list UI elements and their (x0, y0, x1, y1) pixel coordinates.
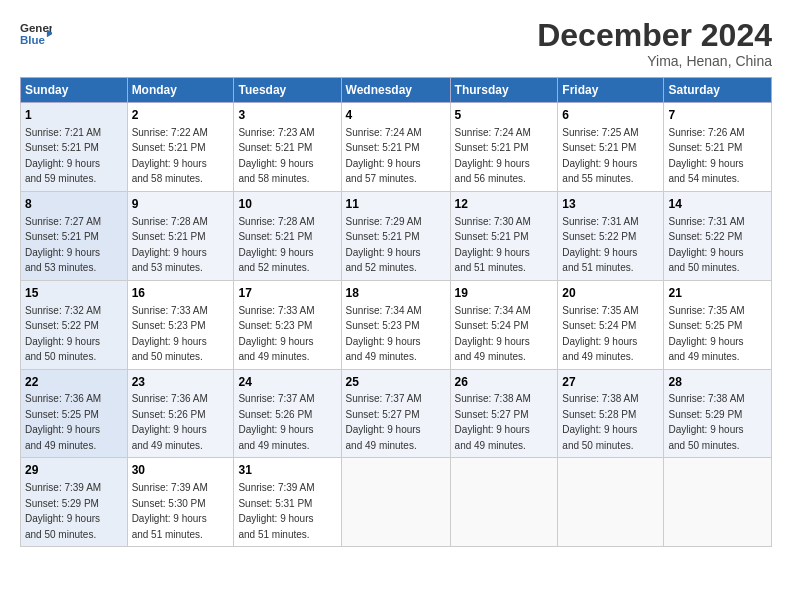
table-row: 3Sunrise: 7:23 AM Sunset: 5:21 PM Daylig… (234, 103, 341, 192)
table-row: 18Sunrise: 7:34 AM Sunset: 5:23 PM Dayli… (341, 280, 450, 369)
table-row: 9Sunrise: 7:28 AM Sunset: 5:21 PM Daylig… (127, 191, 234, 280)
day-number: 11 (346, 196, 446, 213)
day-number: 26 (455, 374, 554, 391)
day-number: 17 (238, 285, 336, 302)
table-row: 23Sunrise: 7:36 AM Sunset: 5:26 PM Dayli… (127, 369, 234, 458)
calendar-week-row: 15Sunrise: 7:32 AM Sunset: 5:22 PM Dayli… (21, 280, 772, 369)
table-row: 30Sunrise: 7:39 AM Sunset: 5:30 PM Dayli… (127, 458, 234, 547)
day-number: 19 (455, 285, 554, 302)
day-info: Sunrise: 7:21 AM Sunset: 5:21 PM Dayligh… (25, 127, 101, 185)
table-row: 2Sunrise: 7:22 AM Sunset: 5:21 PM Daylig… (127, 103, 234, 192)
day-info: Sunrise: 7:33 AM Sunset: 5:23 PM Dayligh… (132, 305, 208, 363)
day-info: Sunrise: 7:24 AM Sunset: 5:21 PM Dayligh… (455, 127, 531, 185)
day-info: Sunrise: 7:34 AM Sunset: 5:23 PM Dayligh… (346, 305, 422, 363)
calendar-page: General Blue December 2024 Yima, Henan, … (0, 0, 792, 612)
header: General Blue December 2024 Yima, Henan, … (20, 18, 772, 69)
day-number: 8 (25, 196, 123, 213)
day-number: 13 (562, 196, 659, 213)
table-row: 10Sunrise: 7:28 AM Sunset: 5:21 PM Dayli… (234, 191, 341, 280)
table-row: 25Sunrise: 7:37 AM Sunset: 5:27 PM Dayli… (341, 369, 450, 458)
day-info: Sunrise: 7:36 AM Sunset: 5:26 PM Dayligh… (132, 393, 208, 451)
day-number: 7 (668, 107, 767, 124)
day-info: Sunrise: 7:28 AM Sunset: 5:21 PM Dayligh… (132, 216, 208, 274)
table-row: 8Sunrise: 7:27 AM Sunset: 5:21 PM Daylig… (21, 191, 128, 280)
day-info: Sunrise: 7:32 AM Sunset: 5:22 PM Dayligh… (25, 305, 101, 363)
col-friday: Friday (558, 78, 664, 103)
table-row: 26Sunrise: 7:38 AM Sunset: 5:27 PM Dayli… (450, 369, 558, 458)
location: Yima, Henan, China (537, 53, 772, 69)
table-row (558, 458, 664, 547)
col-wednesday: Wednesday (341, 78, 450, 103)
day-info: Sunrise: 7:29 AM Sunset: 5:21 PM Dayligh… (346, 216, 422, 274)
day-number: 23 (132, 374, 230, 391)
table-row: 11Sunrise: 7:29 AM Sunset: 5:21 PM Dayli… (341, 191, 450, 280)
day-info: Sunrise: 7:27 AM Sunset: 5:21 PM Dayligh… (25, 216, 101, 274)
table-row: 31Sunrise: 7:39 AM Sunset: 5:31 PM Dayli… (234, 458, 341, 547)
day-info: Sunrise: 7:38 AM Sunset: 5:28 PM Dayligh… (562, 393, 638, 451)
calendar-week-row: 29Sunrise: 7:39 AM Sunset: 5:29 PM Dayli… (21, 458, 772, 547)
day-number: 1 (25, 107, 123, 124)
col-thursday: Thursday (450, 78, 558, 103)
table-row: 24Sunrise: 7:37 AM Sunset: 5:26 PM Dayli… (234, 369, 341, 458)
day-info: Sunrise: 7:25 AM Sunset: 5:21 PM Dayligh… (562, 127, 638, 185)
table-row: 20Sunrise: 7:35 AM Sunset: 5:24 PM Dayli… (558, 280, 664, 369)
day-number: 18 (346, 285, 446, 302)
day-info: Sunrise: 7:37 AM Sunset: 5:26 PM Dayligh… (238, 393, 314, 451)
day-number: 5 (455, 107, 554, 124)
day-info: Sunrise: 7:26 AM Sunset: 5:21 PM Dayligh… (668, 127, 744, 185)
day-info: Sunrise: 7:34 AM Sunset: 5:24 PM Dayligh… (455, 305, 531, 363)
day-number: 2 (132, 107, 230, 124)
table-row: 13Sunrise: 7:31 AM Sunset: 5:22 PM Dayli… (558, 191, 664, 280)
table-row: 12Sunrise: 7:30 AM Sunset: 5:21 PM Dayli… (450, 191, 558, 280)
table-row: 29Sunrise: 7:39 AM Sunset: 5:29 PM Dayli… (21, 458, 128, 547)
month-title: December 2024 (537, 18, 772, 53)
logo-icon: General Blue (20, 18, 52, 50)
day-number: 20 (562, 285, 659, 302)
day-number: 3 (238, 107, 336, 124)
table-row: 15Sunrise: 7:32 AM Sunset: 5:22 PM Dayli… (21, 280, 128, 369)
table-row: 19Sunrise: 7:34 AM Sunset: 5:24 PM Dayli… (450, 280, 558, 369)
table-row: 7Sunrise: 7:26 AM Sunset: 5:21 PM Daylig… (664, 103, 772, 192)
day-number: 24 (238, 374, 336, 391)
day-info: Sunrise: 7:37 AM Sunset: 5:27 PM Dayligh… (346, 393, 422, 451)
day-number: 12 (455, 196, 554, 213)
day-number: 9 (132, 196, 230, 213)
day-info: Sunrise: 7:39 AM Sunset: 5:29 PM Dayligh… (25, 482, 101, 540)
table-row (341, 458, 450, 547)
day-info: Sunrise: 7:35 AM Sunset: 5:24 PM Dayligh… (562, 305, 638, 363)
title-block: December 2024 Yima, Henan, China (537, 18, 772, 69)
day-number: 31 (238, 462, 336, 479)
day-info: Sunrise: 7:35 AM Sunset: 5:25 PM Dayligh… (668, 305, 744, 363)
day-number: 14 (668, 196, 767, 213)
day-info: Sunrise: 7:28 AM Sunset: 5:21 PM Dayligh… (238, 216, 314, 274)
day-info: Sunrise: 7:22 AM Sunset: 5:21 PM Dayligh… (132, 127, 208, 185)
logo: General Blue (20, 18, 52, 50)
calendar-week-row: 8Sunrise: 7:27 AM Sunset: 5:21 PM Daylig… (21, 191, 772, 280)
day-number: 21 (668, 285, 767, 302)
calendar-table: Sunday Monday Tuesday Wednesday Thursday… (20, 77, 772, 547)
day-number: 16 (132, 285, 230, 302)
day-info: Sunrise: 7:39 AM Sunset: 5:30 PM Dayligh… (132, 482, 208, 540)
day-info: Sunrise: 7:38 AM Sunset: 5:27 PM Dayligh… (455, 393, 531, 451)
col-sunday: Sunday (21, 78, 128, 103)
table-row: 1Sunrise: 7:21 AM Sunset: 5:21 PM Daylig… (21, 103, 128, 192)
day-info: Sunrise: 7:36 AM Sunset: 5:25 PM Dayligh… (25, 393, 101, 451)
day-info: Sunrise: 7:38 AM Sunset: 5:29 PM Dayligh… (668, 393, 744, 451)
day-info: Sunrise: 7:30 AM Sunset: 5:21 PM Dayligh… (455, 216, 531, 274)
table-row: 27Sunrise: 7:38 AM Sunset: 5:28 PM Dayli… (558, 369, 664, 458)
day-number: 22 (25, 374, 123, 391)
day-info: Sunrise: 7:39 AM Sunset: 5:31 PM Dayligh… (238, 482, 314, 540)
calendar-week-row: 22Sunrise: 7:36 AM Sunset: 5:25 PM Dayli… (21, 369, 772, 458)
day-number: 28 (668, 374, 767, 391)
col-tuesday: Tuesday (234, 78, 341, 103)
col-monday: Monday (127, 78, 234, 103)
table-row: 16Sunrise: 7:33 AM Sunset: 5:23 PM Dayli… (127, 280, 234, 369)
table-row: 4Sunrise: 7:24 AM Sunset: 5:21 PM Daylig… (341, 103, 450, 192)
day-number: 27 (562, 374, 659, 391)
day-number: 25 (346, 374, 446, 391)
day-number: 4 (346, 107, 446, 124)
calendar-header-row: Sunday Monday Tuesday Wednesday Thursday… (21, 78, 772, 103)
day-info: Sunrise: 7:33 AM Sunset: 5:23 PM Dayligh… (238, 305, 314, 363)
day-number: 30 (132, 462, 230, 479)
day-info: Sunrise: 7:23 AM Sunset: 5:21 PM Dayligh… (238, 127, 314, 185)
